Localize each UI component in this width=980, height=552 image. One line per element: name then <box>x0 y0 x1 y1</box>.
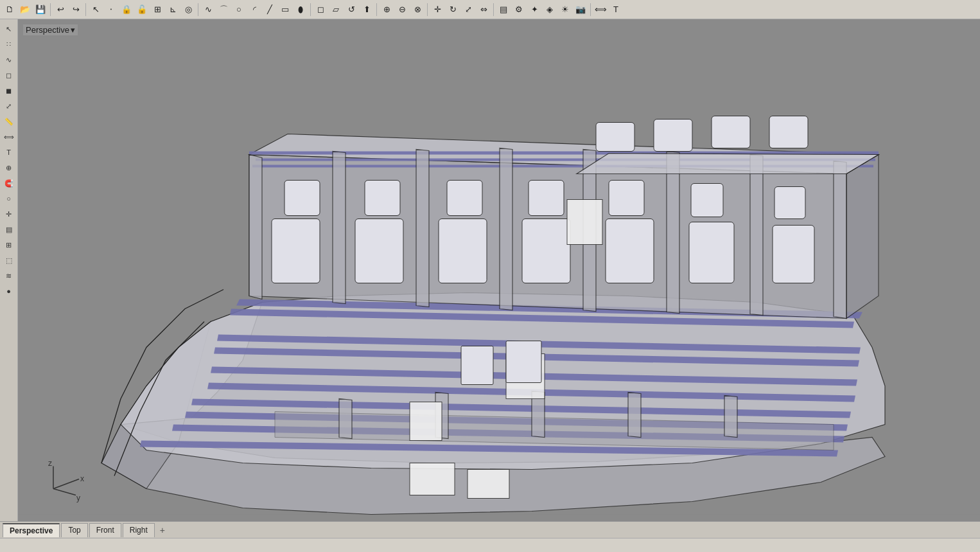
grid-snap-icon[interactable]: ⊞ <box>150 3 164 17</box>
add-viewport-button[interactable]: + <box>156 524 169 537</box>
select-icon[interactable]: ↖ <box>89 3 103 17</box>
boolean-tools-icon[interactable]: ⊕ <box>2 161 16 175</box>
svg-text:x: x <box>80 474 84 483</box>
svg-rect-4 <box>365 181 400 216</box>
circle-icon[interactable]: ○ <box>232 3 246 17</box>
curve-tools-icon[interactable]: ∿ <box>2 53 16 67</box>
rotate-icon[interactable]: ↻ <box>446 3 460 17</box>
polyline-icon[interactable]: ⌒ <box>216 3 231 17</box>
ellipse-icon[interactable]: ⬮ <box>293 3 308 17</box>
svg-rect-7 <box>522 219 570 283</box>
undo-icon[interactable]: ↩ <box>53 3 67 17</box>
svg-rect-1 <box>272 219 320 283</box>
open-icon[interactable]: 📂 <box>18 3 32 17</box>
mirror-icon[interactable]: ⇔ <box>477 3 491 17</box>
record-history-icon[interactable]: ● <box>2 284 16 298</box>
extrude-icon[interactable]: ⬆ <box>360 3 374 17</box>
sep5 <box>376 3 377 16</box>
svg-rect-16 <box>654 120 692 152</box>
osnap-icon[interactable]: ○ <box>2 191 16 206</box>
revolve-icon[interactable]: ↺ <box>344 3 358 17</box>
text-tools-icon[interactable]: T <box>2 145 16 159</box>
loft-icon[interactable]: ▱ <box>329 3 343 17</box>
analyze-tools-icon[interactable]: 📏 <box>2 114 16 129</box>
boolean-int-icon[interactable]: ⊗ <box>410 3 424 17</box>
perspective-tab[interactable]: Perspective <box>3 523 60 537</box>
worksession-icon[interactable]: ⊞ <box>2 238 16 252</box>
rectangle-icon[interactable]: ▭ <box>278 3 292 17</box>
gumball-icon[interactable]: ✛ <box>2 207 16 221</box>
new-icon[interactable]: 🗋 <box>3 3 17 17</box>
surface-icon[interactable]: ◻ <box>313 3 328 17</box>
surface-tools-icon[interactable]: ◻ <box>2 68 16 82</box>
svg-rect-6 <box>447 181 482 216</box>
viewport-label[interactable]: Perspective ▾ <box>23 24 78 35</box>
layer-tools-icon[interactable]: ▤ <box>2 222 16 236</box>
viewport-name: Perspective <box>26 25 69 35</box>
viewport-tabs: Perspective Top Front Right + <box>0 521 980 538</box>
svg-rect-9 <box>606 219 654 283</box>
main-toolbar: 🗋 📂 💾 ↩ ↪ ↖ ⬝ 🔒 🔓 ⊞ ⊾ ◎ ∿ ⌒ ○ ◜ ╱ ▭ ⬮ ◻ … <box>0 0 980 19</box>
sep6 <box>427 3 428 16</box>
svg-rect-25 <box>461 346 493 385</box>
save-icon[interactable]: 💾 <box>33 3 48 17</box>
svg-rect-14 <box>774 187 805 219</box>
svg-rect-11 <box>689 222 734 283</box>
perspective-tab-label: Perspective <box>10 526 53 535</box>
points-icon[interactable]: ∷ <box>2 37 16 51</box>
scale-icon[interactable]: ⤢ <box>461 3 475 17</box>
cage-edit-icon[interactable]: ⬚ <box>2 253 16 267</box>
solid-tools-icon[interactable]: ◼ <box>2 84 16 98</box>
object-snap-icon[interactable]: ◎ <box>181 3 195 17</box>
svg-rect-2 <box>284 181 320 216</box>
svg-rect-8 <box>529 181 564 216</box>
svg-text:z: z <box>48 459 52 468</box>
front-tab[interactable]: Front <box>89 523 121 537</box>
camera-icon[interactable]: 📷 <box>573 3 588 17</box>
flow-icon[interactable]: ≋ <box>2 269 16 283</box>
boolean-diff-icon[interactable]: ⊖ <box>395 3 409 17</box>
line-icon[interactable]: ╱ <box>263 3 277 17</box>
svg-rect-15 <box>596 123 634 152</box>
sep1 <box>50 3 51 16</box>
text-icon[interactable]: T <box>609 3 623 17</box>
unlock-icon[interactable]: 🔓 <box>135 3 149 17</box>
boat-3d-model: .hull { fill: #b0b0b8; stroke: #222; str… <box>18 19 980 521</box>
dimension-icon[interactable]: ⟺ <box>593 3 608 17</box>
right-tab[interactable]: Right <box>123 523 155 537</box>
svg-rect-3 <box>355 219 403 283</box>
right-tab-label: Right <box>130 526 148 535</box>
render-icon[interactable]: ✦ <box>527 3 541 17</box>
properties-icon[interactable]: ⚙ <box>512 3 526 17</box>
svg-rect-18 <box>769 116 808 148</box>
select-objects-icon[interactable]: ↖ <box>2 22 16 36</box>
top-tab[interactable]: Top <box>61 523 87 537</box>
svg-rect-21 <box>567 200 602 245</box>
main-area: ↖ ∷ ∿ ◻ ◼ ⤢ 📏 ⟺ T ⊕ 🧲 ○ ✛ ▤ ⊞ ⬚ ≋ ● Pers… <box>0 19 980 521</box>
ortho-icon[interactable]: ⊾ <box>166 3 180 17</box>
transform-tools-icon[interactable]: ⤢ <box>2 99 16 113</box>
svg-rect-5 <box>439 219 487 283</box>
svg-rect-24 <box>506 341 541 383</box>
dimension-tools-icon[interactable]: ⟺ <box>2 130 16 144</box>
move-icon[interactable]: ✛ <box>430 3 444 17</box>
light-icon[interactable]: ☀ <box>558 3 572 17</box>
arc-icon[interactable]: ◜ <box>247 3 261 17</box>
sep4 <box>310 3 311 16</box>
left-sidebar: ↖ ∷ ∿ ◻ ◼ ⤢ 📏 ⟺ T ⊕ 🧲 ○ ✛ ▤ ⊞ ⬚ ≋ ● <box>0 19 18 521</box>
layer-icon[interactable]: ▤ <box>496 3 511 17</box>
material-icon[interactable]: ◈ <box>543 3 557 17</box>
redo-icon[interactable]: ↪ <box>69 3 83 17</box>
viewport-dropdown-arrow[interactable]: ▾ <box>71 25 75 35</box>
svg-rect-19 <box>410 402 442 441</box>
svg-rect-10 <box>609 181 644 216</box>
svg-rect-13 <box>773 226 814 283</box>
curve-icon[interactable]: ∿ <box>201 3 215 17</box>
snap-icon[interactable]: 🧲 <box>2 176 16 190</box>
svg-rect-17 <box>712 116 750 148</box>
sep8 <box>590 3 591 16</box>
viewport-perspective[interactable]: Perspective ▾ .hull { fill: #b0b0b8; str… <box>18 19 980 521</box>
lock-icon[interactable]: 🔒 <box>119 3 134 17</box>
points-icon[interactable]: ⬝ <box>104 3 118 17</box>
boolean-union-icon[interactable]: ⊕ <box>380 3 394 17</box>
